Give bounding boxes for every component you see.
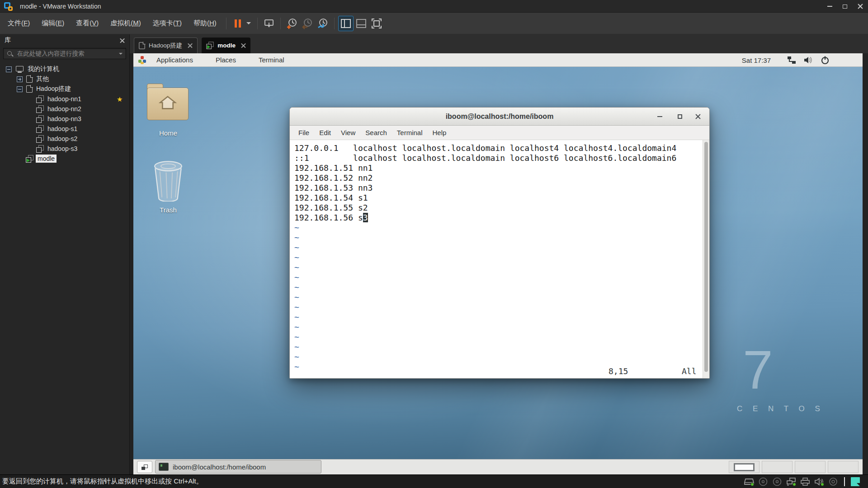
home-folder-icon bbox=[147, 88, 189, 120]
active-window-thumb bbox=[734, 463, 755, 471]
terminal-maximize-button[interactable] bbox=[672, 108, 688, 126]
vm-icon bbox=[36, 95, 44, 103]
network-icon[interactable] bbox=[787, 55, 797, 65]
tree-item-hadoop-nn1[interactable]: hadoop-nn1 ★ bbox=[0, 94, 129, 104]
volume-icon[interactable] bbox=[803, 55, 813, 65]
collapse-icon[interactable] bbox=[17, 86, 23, 92]
library-panel: 库 我的计算机 其他 bbox=[0, 34, 130, 474]
terminal-menu-search[interactable]: Search bbox=[360, 126, 392, 140]
vm-running-icon bbox=[26, 155, 33, 163]
vm-icon bbox=[36, 115, 44, 123]
tree-item-hadoop-group[interactable]: Hadoop搭建 bbox=[0, 84, 129, 94]
ctrl-alt-del-icon bbox=[264, 18, 274, 29]
tab-modle[interactable]: modle bbox=[202, 38, 250, 53]
vm-icon bbox=[36, 145, 44, 153]
cdrom2-device-icon[interactable] bbox=[772, 477, 782, 487]
tree-item-hadoop-s3[interactable]: hadoop-s3 bbox=[0, 144, 129, 154]
workspace-2-button[interactable] bbox=[762, 461, 793, 473]
scrollbar-thumb[interactable] bbox=[704, 142, 708, 372]
power-icon[interactable] bbox=[820, 55, 830, 65]
terminal-menu-file[interactable]: File bbox=[293, 126, 314, 140]
menu-vm[interactable]: 虚拟机(M) bbox=[104, 16, 147, 30]
close-button[interactable] bbox=[853, 0, 868, 13]
pause-icon bbox=[235, 19, 241, 28]
terminal-menu[interactable]: Terminal bbox=[252, 53, 291, 66]
minimize-icon bbox=[827, 6, 832, 7]
show-library-button[interactable] bbox=[338, 16, 354, 31]
message-log-icon[interactable] bbox=[851, 477, 860, 486]
suspend-vm-button[interactable] bbox=[230, 16, 245, 31]
vi-tilde-lines: ~ ~ ~ ~ ~ ~ ~ ~ ~ ~ ~ ~ ~ ~ ~ bbox=[290, 223, 709, 372]
revert-snapshot-button[interactable] bbox=[300, 16, 315, 31]
search-dropdown-icon[interactable] bbox=[119, 53, 123, 55]
tab-close-icon[interactable] bbox=[188, 43, 193, 48]
menu-help[interactable]: 帮助(H) bbox=[188, 16, 222, 30]
taskbar-terminal-button[interactable]: iboom@localhost:/home/iboom bbox=[155, 460, 321, 474]
terminal-menu-view[interactable]: View bbox=[336, 126, 360, 140]
tree-item-hadoop-nn3[interactable]: hadoop-nn3 bbox=[0, 114, 129, 124]
maximize-button[interactable] bbox=[837, 0, 853, 13]
sound-device-icon[interactable] bbox=[814, 477, 824, 487]
tree-item-hadoop-nn2[interactable]: hadoop-nn2 bbox=[0, 104, 129, 114]
menu-view[interactable]: 查看(V) bbox=[70, 16, 104, 30]
tree-item-modle[interactable]: modle bbox=[0, 154, 129, 164]
applications-menu[interactable]: Applications bbox=[150, 53, 199, 66]
terminal-menubar: File Edit View Search Terminal Help bbox=[290, 126, 709, 140]
workspace-1-button[interactable] bbox=[729, 461, 760, 473]
close-icon bbox=[695, 114, 701, 119]
menu-tabs[interactable]: 选项卡(T) bbox=[147, 16, 188, 30]
tab-close-icon[interactable] bbox=[241, 43, 246, 48]
workspace-3-button[interactable] bbox=[795, 461, 826, 473]
network-device-icon[interactable] bbox=[786, 477, 796, 487]
vm-tree: 我的计算机 其他 Hadoop搭建 hadoop-nn1 ★ bbox=[0, 64, 129, 164]
thumbnail-bar-icon bbox=[356, 19, 366, 28]
terminal-minimize-button[interactable] bbox=[651, 108, 668, 126]
collapse-icon[interactable] bbox=[6, 66, 12, 72]
search-input[interactable] bbox=[16, 50, 119, 57]
expand-icon[interactable] bbox=[17, 76, 23, 82]
power-dropdown-icon[interactable] bbox=[246, 22, 251, 24]
menu-file[interactable]: 文件(F) bbox=[2, 16, 36, 30]
send-ctrl-alt-del-button[interactable] bbox=[261, 16, 277, 31]
terminal-menu-help[interactable]: Help bbox=[428, 126, 452, 140]
printer-device-icon[interactable] bbox=[800, 477, 810, 487]
close-icon bbox=[858, 4, 863, 9]
device-status-icons bbox=[744, 475, 860, 488]
library-close-icon[interactable] bbox=[120, 38, 125, 43]
terminal-menu-terminal[interactable]: Terminal bbox=[392, 126, 428, 140]
terminal-app-icon bbox=[159, 463, 169, 471]
vm-console[interactable]: 7 C E N T O S Applications Places Termin… bbox=[133, 53, 863, 474]
tab-hadoop[interactable]: Hadoop搭建 bbox=[134, 38, 198, 53]
terminal-close-button[interactable] bbox=[690, 108, 706, 126]
show-thumbnail-bar-button[interactable] bbox=[354, 16, 369, 31]
harddisk-device-icon[interactable] bbox=[744, 477, 754, 487]
cursor-position: 8,15 bbox=[609, 366, 628, 376]
tree-item-hadoop-s2[interactable]: hadoop-s2 bbox=[0, 134, 129, 144]
toolbar-separator bbox=[226, 18, 226, 29]
terminal-window[interactable]: iboom@localhost:/home/iboom File Edit Vi… bbox=[289, 107, 710, 379]
fullscreen-button[interactable] bbox=[369, 16, 384, 31]
usb-device-icon[interactable] bbox=[828, 477, 838, 487]
gnome-topbar: Applications Places Terminal Sat 17:37 bbox=[133, 53, 863, 67]
minimize-button[interactable] bbox=[822, 0, 837, 13]
menu-edit[interactable]: 编辑(E) bbox=[36, 16, 70, 30]
clock[interactable]: Sat 17:37 bbox=[742, 53, 771, 67]
tree-item-hadoop-s1[interactable]: hadoop-s1 bbox=[0, 124, 129, 134]
cdrom-device-icon[interactable] bbox=[758, 477, 768, 487]
terminal-screen[interactable]: 127.0.0.1 localhost localhost.localdomai… bbox=[290, 140, 709, 378]
terminal-scrollbar[interactable] bbox=[703, 140, 709, 378]
terminal-menu-edit[interactable]: Edit bbox=[314, 126, 336, 140]
hosts-file-cursor-line: 192.168.1.56 s3 bbox=[290, 213, 709, 223]
workspace-4-button[interactable] bbox=[828, 461, 859, 473]
vm-icon bbox=[36, 105, 44, 113]
tree-item-other[interactable]: 其他 bbox=[0, 74, 129, 84]
places-menu[interactable]: Places bbox=[209, 53, 242, 66]
toolbar-separator bbox=[280, 18, 281, 29]
window-list-button[interactable] bbox=[137, 461, 152, 473]
manage-snapshots-button[interactable] bbox=[315, 16, 330, 31]
terminal-titlebar[interactable]: iboom@localhost:/home/iboom bbox=[290, 108, 709, 126]
wallpaper-centos-text: C E N T O S bbox=[737, 404, 824, 413]
take-snapshot-button[interactable] bbox=[284, 16, 300, 31]
vm-group-icon bbox=[26, 85, 33, 93]
tree-item-my-computer[interactable]: 我的计算机 bbox=[0, 64, 129, 74]
